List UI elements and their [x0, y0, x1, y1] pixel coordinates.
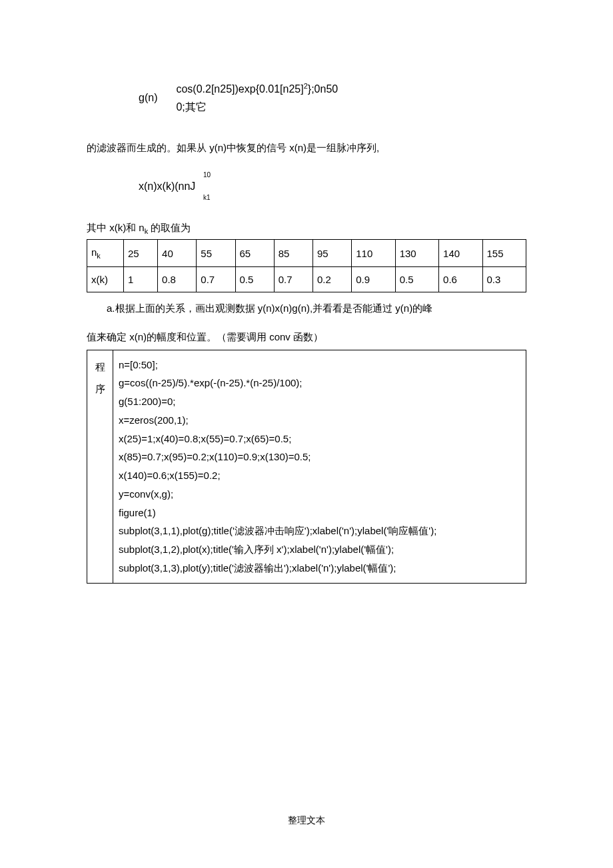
cell: 95: [313, 240, 352, 267]
formula-xn: 10 x(n)x(k)(nnJ k1: [139, 171, 526, 205]
page-content: g(n) cos(0.2[n25])exp{0.01[n25]2};0n50 0…: [0, 0, 613, 584]
cell: 0.6: [439, 267, 482, 292]
code-line: subplot(3,1,3),plot(y);title('滤波器输出');xl…: [119, 559, 520, 578]
question-a-line2: 值来确定 x(n)的幅度和位置。（需要调用 conv 函数）: [87, 328, 526, 346]
question-a-line1: a.根据上面的关系，画出观测数据 y(n)x(n)g(n),并看看是否能通过 y…: [107, 299, 526, 318]
formula-gn-line2: 0;其它: [176, 99, 338, 116]
cell: 140: [439, 240, 482, 267]
code-line: n=[0:50];: [119, 356, 520, 374]
code-line: x(140)=0.6;x(155)=0.2;: [119, 466, 520, 485]
row-header-xk: x(k): [87, 267, 124, 292]
cell: 0.3: [482, 267, 526, 292]
cell: 0.7: [274, 267, 312, 292]
page-footer: 整理文本: [0, 815, 613, 827]
code-line: figure(1): [119, 504, 520, 522]
code-line: g=cos((n-25)/5).*exp(-(n-25).*(n-25)/100…: [119, 374, 520, 392]
formula-gn-left: g(n): [139, 92, 157, 104]
cell: 0.2: [313, 267, 352, 292]
code-line: y=conv(x,g);: [119, 485, 520, 504]
code-line: x=zeros(200,1);: [119, 411, 520, 430]
code-line: x(85)=0.7;x(95)=0.2;x(110)=0.9;x(130)=0.…: [119, 448, 520, 466]
formula-xn-top: 10: [203, 171, 211, 179]
formula-gn-line1: cos(0.2[n25])exp{0.01[n25]2};0n50: [176, 80, 338, 99]
cell: 130: [395, 240, 438, 267]
code-line: subplot(3,1,2),plot(x);title('输入序列 x');x…: [119, 540, 520, 559]
values-table: nk 25 40 55 65 85 95 110 130 140 155 x(k…: [87, 239, 526, 292]
cell: 0.9: [352, 267, 395, 292]
table-row: nk 25 40 55 65 85 95 110 130 140 155: [87, 240, 526, 267]
cell: 65: [235, 240, 274, 267]
code-label-cell: 程 序: [87, 350, 113, 583]
table-caption: 其中 x(k)和 nk 的取值为: [87, 222, 526, 235]
table-row: 程 序 n=[0:50];g=cos((n-25)/5).*exp(-(n-25…: [87, 350, 526, 583]
cell: 40: [158, 240, 197, 267]
paragraph-1: 的滤波器而生成的。如果从 y(n)中恢复的信号 x(n)是一组脉冲序列,: [87, 139, 526, 157]
table-row: x(k) 1 0.8 0.7 0.5 0.7 0.2 0.9 0.5 0.6 0…: [87, 267, 526, 292]
cell: 85: [274, 240, 312, 267]
cell: 25: [124, 240, 158, 267]
cell: 0.7: [197, 267, 235, 292]
cell: 0.5: [395, 267, 438, 292]
cell: 110: [352, 240, 395, 267]
code-line: g(51:200)=0;: [119, 392, 520, 411]
code-label-bot: 序: [93, 378, 107, 400]
formula-gn: g(n) cos(0.2[n25])exp{0.01[n25]2};0n50 0…: [139, 80, 526, 116]
code-line: x(25)=1;x(40)=0.8;x(55)=0.7;x(65)=0.5;: [119, 430, 520, 448]
code-content-cell: n=[0:50];g=cos((n-25)/5).*exp(-(n-25).*(…: [113, 350, 526, 583]
code-line: subplot(3,1,1),plot(g);title('滤波器冲击响应');…: [119, 522, 520, 540]
formula-xn-bot: k1: [203, 194, 211, 201]
row-header-nk: nk: [87, 240, 124, 267]
cell: 55: [197, 240, 235, 267]
cell: 0.8: [158, 267, 197, 292]
cell: 0.5: [235, 267, 274, 292]
formula-xn-main: x(n)x(k)(nnJ: [139, 181, 195, 193]
code-table: 程 序 n=[0:50];g=cos((n-25)/5).*exp(-(n-25…: [87, 350, 526, 584]
cell: 1: [124, 267, 158, 292]
cell: 155: [482, 240, 526, 267]
code-label-top: 程: [93, 356, 107, 378]
formula-gn-right: cos(0.2[n25])exp{0.01[n25]2};0n50 0;其它: [176, 80, 338, 116]
